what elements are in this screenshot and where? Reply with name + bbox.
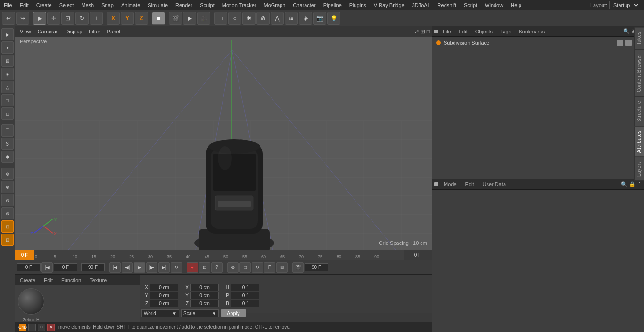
loop-button[interactable]: ↻: [171, 262, 182, 273]
material-ball[interactable]: [18, 288, 44, 315]
scene-button[interactable]: ◈: [299, 12, 312, 25]
viewport-icon-expand[interactable]: ⊞: [421, 28, 425, 35]
sidebar-snap-3[interactable]: ⊙: [1, 194, 14, 206]
world-dropdown[interactable]: World ▼: [141, 309, 179, 317]
frame-current-input[interactable]: [54, 263, 77, 271]
timeline[interactable]: 0 F 0 5 10 15 20 25 30 35 40 45 50 55 60…: [15, 250, 432, 260]
tab-structure[interactable]: Structure: [634, 97, 644, 126]
restore-button[interactable]: □: [38, 324, 45, 331]
render-button[interactable]: ▶: [183, 12, 196, 25]
sidebar-snap-4[interactable]: ⊚: [1, 207, 14, 219]
material-item[interactable]: Zebra_H: [18, 288, 44, 315]
sidebar-mode-2[interactable]: ✦: [1, 41, 14, 54]
prev-key-button[interactable]: |◀: [41, 262, 53, 273]
sidebar-mode-5[interactable]: △: [1, 81, 14, 93]
render-preview-button[interactable]: 🎬: [169, 12, 182, 25]
camera-button[interactable]: 📷: [313, 12, 326, 25]
x-axis-button[interactable]: X: [107, 12, 120, 25]
y-axis-button[interactable]: Y: [121, 12, 134, 25]
timeline-ruler[interactable]: 0 5 10 15 20 25 30 35 40 45 50 55 60 65 …: [34, 250, 404, 260]
terrain-button[interactable]: ⋀: [271, 12, 284, 25]
viewport-menu-filter[interactable]: Filter: [86, 28, 103, 35]
attr-more-icon[interactable]: ⋮: [637, 181, 642, 187]
attr-userdata-button[interactable]: User Data: [480, 181, 509, 187]
anim-pb-button[interactable]: □: [239, 262, 251, 273]
psr-pb-button[interactable]: P: [264, 262, 275, 273]
obj-tag-1[interactable]: [617, 40, 623, 46]
menu-simulate[interactable]: Simulate: [144, 1, 172, 9]
menu-create[interactable]: Create: [33, 1, 56, 9]
obj-file-button[interactable]: File: [440, 28, 454, 35]
sidebar-mode-3[interactable]: ⊞: [1, 55, 14, 67]
z-pos-input[interactable]: [150, 300, 178, 307]
menu-mesh[interactable]: Mesh: [77, 1, 98, 9]
menu-snap[interactable]: Snap: [98, 1, 117, 9]
viewport-icon-arrows[interactable]: ⤢: [414, 28, 419, 35]
render-pb-button[interactable]: 🎬: [292, 262, 304, 273]
frame-end-input[interactable]: [81, 263, 105, 271]
preview-pb-button[interactable]: ↻: [252, 262, 263, 273]
menu-redshift[interactable]: Redshift: [434, 1, 460, 9]
minimize-button[interactable]: _: [28, 324, 36, 331]
mat-edit-button[interactable]: Edit: [41, 277, 56, 283]
close-button[interactable]: ✕: [47, 324, 55, 331]
help-button[interactable]: ?: [211, 262, 223, 273]
tab-takes[interactable]: Takes: [634, 27, 644, 49]
h-rot-input[interactable]: [231, 284, 259, 291]
obj-search-icon[interactable]: 🔍: [623, 28, 630, 34]
viewport-icon-lock[interactable]: □: [427, 28, 430, 35]
attr-mode-button[interactable]: Mode: [441, 181, 460, 187]
play-button[interactable]: ▶: [134, 262, 145, 273]
menu-vray[interactable]: V-Ray Bridge: [370, 1, 408, 9]
frame-start-input[interactable]: [17, 263, 41, 271]
y-size-input[interactable]: [190, 292, 219, 299]
menu-edit[interactable]: Edit: [16, 1, 33, 9]
attr-edit-button[interactable]: Edit: [462, 181, 477, 187]
record-button[interactable]: ●: [187, 262, 198, 273]
menu-script[interactable]: Script: [460, 1, 481, 9]
viewport-menu-panel[interactable]: Panel: [104, 28, 123, 35]
menu-window[interactable]: Window: [481, 1, 507, 9]
viewport-menu-view[interactable]: View: [17, 28, 34, 35]
menu-plugins[interactable]: Plugins: [346, 1, 370, 9]
obj-tags-button[interactable]: Tags: [497, 28, 514, 35]
menu-file[interactable]: File: [0, 1, 16, 9]
auto-key-button[interactable]: ⊡: [199, 262, 210, 273]
sidebar-mode-6[interactable]: □: [1, 94, 14, 106]
sidebar-snap-2[interactable]: ⊗: [1, 181, 14, 193]
viewport-menu-display[interactable]: Display: [62, 28, 85, 35]
deform-button[interactable]: ⋒: [256, 12, 270, 25]
viewport[interactable]: View Cameras Display Filter Panel ⤢ ⊞ □ …: [15, 26, 432, 250]
mat-texture-button[interactable]: Texture: [87, 277, 109, 283]
render-viewport-button[interactable]: 🎥: [197, 12, 210, 25]
step-back-button[interactable]: ◀|: [122, 262, 133, 273]
obj-objects-button[interactable]: Objects: [472, 28, 495, 35]
menu-mograph[interactable]: MoGraph: [260, 1, 289, 9]
x-size-input[interactable]: [190, 284, 219, 291]
obj-edit-button[interactable]: Edit: [456, 28, 471, 35]
select-tool-button[interactable]: ▶: [33, 12, 46, 25]
menu-animate[interactable]: Animate: [117, 1, 144, 9]
menu-motion-tracker[interactable]: Motion Tracker: [218, 1, 260, 9]
sidebar-mode-1[interactable]: ▶: [1, 28, 14, 40]
go-end-button[interactable]: ▶|: [158, 262, 170, 273]
b-rot-input[interactable]: [231, 300, 259, 307]
menu-character[interactable]: Character: [289, 1, 319, 9]
z-axis-button[interactable]: Z: [135, 12, 148, 25]
sphere-button[interactable]: ○: [228, 12, 241, 25]
viewport-menu-cameras[interactable]: Cameras: [35, 28, 62, 35]
x-pos-input[interactable]: [150, 284, 178, 291]
obj-tag-2[interactable]: [625, 40, 632, 46]
menu-render[interactable]: Render: [172, 1, 196, 9]
sidebar-tool-3[interactable]: ✱: [1, 151, 14, 163]
menu-help[interactable]: Help: [507, 1, 525, 9]
path-button[interactable]: ✱: [242, 12, 256, 25]
tab-content-browser[interactable]: Content Browser: [634, 49, 644, 97]
object-mode-button[interactable]: ■: [152, 12, 165, 25]
go-start-button[interactable]: |◀: [109, 262, 121, 273]
light-button[interactable]: 💡: [327, 12, 340, 25]
sidebar-tool-1[interactable]: ⌒: [1, 124, 14, 137]
redo-button[interactable]: ↪: [16, 12, 29, 25]
layout-dropdown[interactable]: Startup: [609, 1, 640, 9]
attr-lock-icon[interactable]: 🔒: [629, 181, 636, 187]
